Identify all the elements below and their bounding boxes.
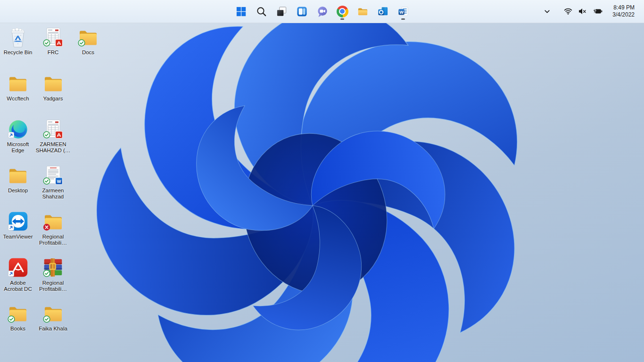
word-icon: W — [397, 6, 409, 17]
desktop-icon-adobe-acrobat-dc[interactable]: AdobeAcrobat DC — [0, 253, 35, 298]
desktop-icon-zarmeen-shahzad-pdf[interactable]: ZARMEENSHAHZAD (… — [36, 115, 71, 160]
wifi-icon — [564, 8, 572, 15]
sync-error-badge-icon — [43, 223, 50, 233]
desktop-icon-microsoft-edge[interactable]: MicrosoftEdge — [0, 115, 35, 160]
desktop-icon-label: Docs — [82, 49, 94, 56]
desktop-icon-frc[interactable]: FRC — [36, 23, 71, 68]
folder-icon — [7, 302, 29, 325]
taskbar-button-word[interactable]: W — [394, 2, 413, 21]
sync-ok-badge-icon — [43, 131, 50, 140]
volume-muted-icon — [578, 8, 586, 15]
shortcut-arrow-icon — [8, 224, 14, 232]
battery-charging-icon — [593, 8, 603, 15]
svg-text:W: W — [399, 9, 404, 14]
desktop-icon-label: RegionalProfitabili… — [39, 234, 67, 246]
outlook-icon — [377, 6, 389, 17]
widgets-icon — [296, 6, 308, 17]
desktop-icon-label: Recycle Bin — [4, 49, 33, 56]
desktop-icon-recycle-bin[interactable]: Recycle Bin — [0, 23, 35, 68]
taskbar-center-icons: W — [231, 0, 413, 23]
desktop-icon-label: ZarmeenShahzad — [42, 188, 64, 200]
desktop-icon-faika-khala[interactable]: Faika Khala — [36, 299, 71, 344]
chrome-logo — [337, 6, 348, 17]
task-view-icon — [276, 6, 288, 17]
system-tray: 8:49 PM 3/4/2022 — [540, 0, 644, 23]
windows-desktop: Recycle BinFRCDocsWccftechYadgarsMicroso… — [0, 0, 644, 362]
desktop-icon-label: RegionalProfitabili… — [39, 280, 67, 292]
desktop-icon-docs[interactable]: Docs — [71, 23, 106, 68]
desktop-icon-teamviewer[interactable]: TeamViewer — [0, 207, 35, 252]
desktop-icon-regional-profitability-folder[interactable]: RegionalProfitabili… — [36, 207, 71, 252]
file-explorer-icon — [357, 6, 369, 17]
taskbar-button-chat[interactable] — [313, 2, 331, 21]
word-doc-icon: W — [42, 164, 65, 187]
chevron-down-icon — [544, 8, 550, 15]
svg-text:W: W — [57, 179, 61, 184]
pdf-badge-icon — [55, 39, 63, 49]
shortcut-arrow-icon — [8, 132, 14, 140]
taskbar-button-search[interactable] — [252, 2, 271, 21]
taskbar-button-widgets[interactable] — [292, 2, 311, 21]
desktop-icon-label: FRC — [48, 49, 59, 56]
taskbar-button-file-explorer[interactable] — [353, 2, 372, 21]
taskbar-clock[interactable]: 8:49 PM 3/4/2022 — [609, 2, 638, 21]
clock-time: 8:49 PM — [613, 4, 635, 11]
desktop-icon-area: Recycle BinFRCDocsWccftechYadgarsMicroso… — [0, 0, 644, 362]
folder-icon — [77, 26, 99, 49]
pdf-doc-icon — [42, 26, 65, 49]
desktop-icon-yadgars[interactable]: Yadgars — [36, 69, 71, 114]
sync-ok-badge-icon — [43, 39, 50, 49]
desktop-icon-label: Wccftech — [7, 96, 29, 102]
folder-icon — [7, 164, 29, 187]
desktop-icon-label: Desktop — [8, 188, 28, 194]
search-icon — [256, 6, 267, 17]
folder-icon — [7, 72, 29, 95]
acrobat-icon — [7, 256, 29, 279]
taskbar-button-outlook[interactable] — [373, 2, 392, 21]
taskbar: W — [0, 0, 644, 23]
desktop-icon-label: TeamViewer — [3, 234, 33, 240]
clock-date: 3/4/2022 — [612, 11, 635, 18]
desktop-icon-label: MicrosoftEdge — [7, 141, 29, 154]
desktop-icon-label: Books — [10, 326, 25, 332]
folder-icon — [42, 210, 65, 233]
sync-ok-badge-icon — [43, 315, 50, 325]
tray-status-button[interactable] — [560, 3, 607, 20]
running-indicator — [340, 18, 344, 20]
sync-ok-badge-icon — [8, 315, 15, 325]
word-badge-icon: W — [55, 177, 63, 187]
desktop-icon-desktop-folder[interactable]: Desktop — [0, 161, 35, 206]
pdf-doc-icon — [42, 118, 65, 140]
chat-icon — [316, 6, 328, 17]
desktop-icon-wccftech[interactable]: Wccftech — [0, 69, 35, 114]
running-indicator — [401, 18, 405, 20]
desktop-icon-regional-profitability-rar[interactable]: RegionalProfitabili… — [36, 253, 71, 298]
winrar-icon — [42, 256, 65, 279]
tray-chevron-button[interactable] — [540, 3, 554, 20]
taskbar-button-chrome[interactable] — [333, 2, 352, 21]
desktop-icon-label: ZARMEENSHAHZAD (… — [36, 141, 70, 154]
folder-icon — [42, 72, 65, 95]
shortcut-arrow-icon — [8, 270, 14, 279]
sync-ok-badge-icon — [43, 177, 50, 187]
teamviewer-icon — [7, 210, 29, 233]
desktop-icon-label: AdobeAcrobat DC — [4, 280, 32, 292]
desktop-icon-label: Yadgars — [43, 96, 63, 102]
sync-ok-badge-icon — [78, 39, 85, 49]
desktop-icon-label: Faika Khala — [39, 326, 67, 332]
taskbar-button-task-view[interactable] — [272, 2, 291, 21]
taskbar-button-start[interactable] — [231, 2, 250, 21]
folder-icon — [42, 302, 65, 325]
recycle-bin-icon — [7, 26, 29, 49]
edge-icon — [7, 118, 29, 140]
sync-ok-badge-icon — [43, 270, 50, 279]
desktop-icon-books[interactable]: Books — [0, 299, 35, 344]
pdf-badge-icon — [55, 131, 63, 140]
start-icon — [235, 6, 247, 17]
desktop-icon-zarmeen-shahzad-doc[interactable]: WZarmeenShahzad — [36, 161, 71, 206]
